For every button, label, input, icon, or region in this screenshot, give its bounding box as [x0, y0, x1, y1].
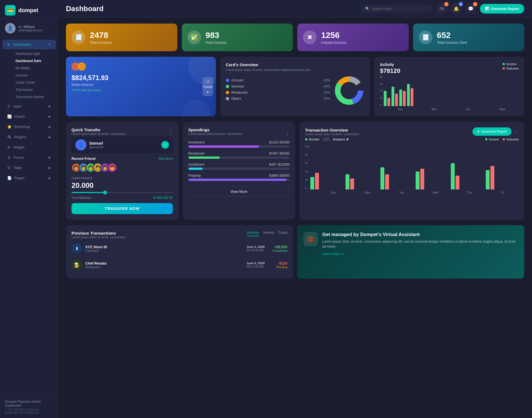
prev-tx-title: Previous Transactions: [71, 231, 126, 235]
generate-report-button[interactable]: 📊 Generate Report: [480, 4, 524, 14]
outcome-legend: Outcome: [503, 67, 519, 70]
stat-info: 652 Total Invoices Sent: [437, 30, 467, 45]
more-options-icon[interactable]: ⋮: [168, 129, 173, 134]
legend-item-restaurant: Restaurant 15%: [226, 91, 330, 94]
chevron-right-icon: ▶: [49, 125, 51, 128]
filter-monthly[interactable]: Monthly: [247, 231, 259, 236]
outcome-bar: [420, 169, 424, 189]
filter-tabs: Monthly Weekly Today: [247, 231, 287, 236]
search-box: 🔍: [361, 5, 433, 13]
more-options-icon[interactable]: ⋮: [514, 129, 519, 134]
wallet-amount: $824,571.93: [71, 74, 210, 82]
transaction-overview-card: Transaction Overview Lorem ipsum dolor s…: [300, 122, 524, 220]
sidebar-item-label: Dashboard: [13, 42, 31, 47]
tx-date: June 5, 2020 08:12:00 AM: [247, 261, 265, 268]
stat-info: 983 Paid Invoices: [206, 30, 227, 45]
change-label: Change: [203, 85, 213, 88]
quick-transfer-title: Quick Transfer: [71, 127, 168, 132]
tx-legend: Income Outcome: [485, 138, 519, 141]
activity-title: Activity: [380, 62, 400, 67]
stat-card-invoices-sent: 🧾 652 Total Invoices Sent: [413, 24, 525, 51]
stat-number: 652: [437, 30, 467, 40]
change-button[interactable]: ↺ Change ▼: [203, 77, 213, 96]
submenu-dashboard-light[interactable]: Dashboard Light: [12, 50, 58, 57]
outcome-bar: [411, 88, 413, 106]
see-more-link[interactable]: See More: [158, 157, 173, 161]
sidebar-item-charts[interactable]: 📈 Charts ▶: [2, 112, 56, 121]
sidebar-item-label: Bootstrap: [14, 125, 30, 129]
submenu-cards-center[interactable]: Cards Center: [12, 79, 58, 86]
tx-x-labels: Sun Mon Tue Wed Thu Fri: [310, 191, 519, 194]
refresh-icon: ↺: [207, 80, 209, 83]
search-icon: 🔍: [365, 7, 370, 11]
chevron-right-icon: ▶: [49, 135, 51, 139]
chevron-right-icon: ▶: [49, 115, 51, 118]
sidebar-item-plugins[interactable]: 🔌 Plugins ▶: [2, 132, 56, 142]
friend-avatars: 👩 👩 👩 👩 👩 👨: [71, 163, 173, 172]
user-info: Hi, William william@gmail.com: [18, 25, 42, 32]
activity-chart-container: 0 20 40 60 80: [380, 76, 519, 111]
footer-made: Made with ♥ by DesignZone: [5, 411, 53, 414]
cart-badge: 2: [444, 2, 449, 6]
tx-info: Chef Renata Restaurant: [85, 261, 106, 269]
transfer-now-button[interactable]: TRANSFER NOW: [71, 203, 173, 214]
sidebar-item-label: Table: [13, 166, 22, 170]
content-area: 🧾 2478 Total Invoices ✅ 983 Paid Invoice…: [58, 17, 532, 285]
number-tag[interactable]: Number: [305, 138, 319, 141]
submenu-invoices[interactable]: Invoices: [12, 72, 58, 79]
outcome-label: Outcome: [506, 67, 519, 70]
friend-avatar-6[interactable]: 👨: [108, 163, 117, 172]
sidebar-item-label: Charts: [14, 114, 25, 119]
transfer-user-info: Samuel @sum224: [89, 141, 103, 149]
tx-name: XYZ Store ID: [85, 245, 107, 249]
sidebar-item-bootstrap[interactable]: ⭐ Bootstrap ▶: [2, 122, 56, 132]
analytics-toggle[interactable]: [322, 137, 330, 141]
sidebar-item-label: Widget: [13, 145, 24, 149]
submenu-transaction-details[interactable]: Transaction Details: [12, 93, 58, 101]
tx-icon: 👨‍🍳: [71, 260, 82, 270]
balance-amount: $ 456,345.62: [153, 196, 173, 200]
bar-group-mon: [392, 87, 398, 106]
message-badge: 8: [473, 2, 477, 6]
wallet-balance-label: Wallet Balance: [71, 83, 210, 87]
sidebar-item-pages[interactable]: 📄 Pages ▶: [2, 173, 56, 183]
tx-y-axis: 0 20 40 60 80 100: [305, 145, 309, 189]
donut-row: Account 20% Services 40% Restaurant: [226, 75, 365, 106]
stat-label: Total Invoices Sent: [437, 40, 467, 45]
stat-number: 983: [206, 30, 227, 40]
message-button[interactable]: 💬 8: [466, 3, 476, 14]
income-bar: [416, 171, 420, 189]
tx-bar-thu: [451, 163, 484, 189]
tx-tags: Number Analytics Income: [305, 137, 519, 141]
sidebar-item-forms[interactable]: 🖨 Forms ▶: [2, 153, 56, 162]
apps-icon: ①: [7, 104, 11, 108]
cart-button[interactable]: 🛍 2: [437, 3, 447, 14]
search-input[interactable]: [372, 7, 427, 11]
sidebar-item-widget[interactable]: ⚙ Widget: [2, 142, 56, 152]
sidebar-item-label: Forms: [14, 155, 24, 160]
sidebar-item-dashboard[interactable]: ⊞ Dashboard ▼: [2, 40, 56, 49]
table-row: 👨‍🍳 Chef Renata Restaurant June 5, 2020 …: [71, 257, 287, 273]
card-overview-title: Card's Overview: [226, 62, 365, 67]
virtual-assistant-card: 💼 Get managed by Dompet's Virtual Assist…: [297, 225, 524, 279]
submenu-dashboard-dark[interactable]: Dashboard Dark: [12, 57, 58, 65]
va-learn-more-link[interactable]: Learn more >>: [322, 252, 344, 256]
submenu-transaction[interactable]: Transaction: [12, 86, 58, 93]
analytics-tag[interactable]: Analytics: [333, 138, 349, 141]
filter-today[interactable]: Today: [278, 231, 287, 236]
sidebar-item-apps[interactable]: ① Apps ▶: [2, 101, 56, 111]
submenu-my-wallet[interactable]: My Wallet: [12, 65, 58, 72]
last-row: Previous Transactions Lorem ipsum dolor …: [66, 225, 524, 279]
download-report-button[interactable]: ⬇ Download Report: [472, 127, 511, 136]
more-options-icon[interactable]: ⋮: [285, 131, 290, 136]
notification-button[interactable]: 🔔 12: [451, 3, 462, 14]
tx-chart-container: 0 20 40 60 80 100: [305, 145, 519, 194]
transfer-user-name: Samuel: [89, 141, 103, 145]
filter-weekly[interactable]: Weekly: [263, 231, 274, 236]
amount-slider[interactable]: [71, 192, 173, 193]
view-more-button[interactable]: View More: [188, 186, 290, 197]
sidebar-item-table[interactable]: ☰ Table ▶: [2, 163, 56, 173]
chevron-right-icon: ▶: [49, 105, 51, 108]
tx-icon: ⬇: [71, 243, 82, 254]
income-bar: [486, 170, 490, 189]
